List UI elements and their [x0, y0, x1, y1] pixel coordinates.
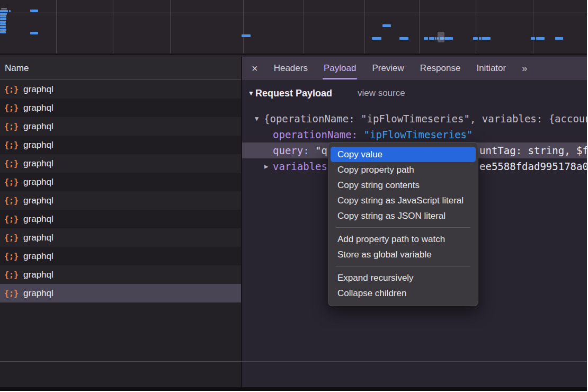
more-tabs-icon[interactable]: »	[522, 57, 526, 80]
overview-bar	[424, 37, 428, 40]
overview-selection-marker[interactable]	[438, 32, 444, 42]
gridline	[364, 0, 365, 54]
expand-triangle-icon[interactable]: ▶	[264, 158, 268, 174]
menu-separator	[336, 266, 470, 266]
network-overview-timeline[interactable]	[0, 0, 587, 55]
tab-preview[interactable]: Preview	[372, 57, 404, 80]
overview-bar	[0, 21, 6, 23]
detail-tab-bar: × Headers Payload Preview Response Initi…	[242, 57, 587, 80]
menu-item-collapse-children[interactable]: Collapse children	[328, 286, 478, 301]
object-preview-text: {operationName: "ipFlowTimeseries", vari…	[264, 111, 587, 127]
menu-item-copy-string-as-json-literal[interactable]: Copy string as JSON literal	[328, 208, 478, 224]
gridline	[243, 0, 244, 54]
tab-initiator[interactable]: Initiator	[476, 57, 506, 80]
footer-separator	[0, 361, 587, 362]
overview-bar	[372, 37, 381, 40]
overview-bar	[0, 13, 7, 15]
collapse-triangle-icon[interactable]: ▼	[248, 90, 254, 97]
overview-baseline	[0, 13, 587, 13]
request-name: graphql	[23, 214, 54, 225]
request-row[interactable]: {;}graphql	[0, 136, 241, 154]
tab-response[interactable]: Response	[420, 57, 461, 80]
close-icon[interactable]: ×	[252, 57, 258, 80]
property-key: operationName:	[273, 129, 364, 140]
json-braces-icon: {;}	[4, 177, 19, 187]
json-braces-icon: {;}	[4, 289, 19, 298]
overview-bar	[0, 31, 6, 33]
overview-bar	[444, 37, 453, 40]
overview-bar	[531, 37, 535, 40]
overview-bar	[555, 37, 563, 40]
tab-headers[interactable]: Headers	[274, 57, 308, 80]
overview-bar	[9, 10, 11, 12]
json-braces-icon: {;}	[4, 252, 19, 261]
request-row[interactable]: {;}graphql	[0, 191, 241, 210]
gridline	[476, 0, 476, 54]
json-braces-icon: {;}	[4, 196, 19, 206]
menu-separator	[336, 227, 470, 228]
json-braces-icon: {;}	[4, 233, 19, 243]
header-band: Name × Headers Payload Preview Response …	[0, 57, 587, 80]
request-name: graphql	[23, 140, 54, 150]
request-name: graphql	[23, 251, 54, 262]
request-name: graphql	[23, 233, 54, 243]
request-row[interactable]: {;}graphql	[0, 99, 241, 117]
overview-bar	[382, 24, 391, 27]
gridline	[56, 0, 57, 54]
request-row[interactable]: {;}graphql	[0, 265, 241, 284]
request-name: graphql	[23, 84, 54, 95]
overview-bar	[0, 29, 6, 31]
overview-bar	[473, 37, 478, 40]
request-row[interactable]: {;}graphql	[0, 80, 241, 99]
json-braces-icon: {;}	[4, 122, 19, 131]
request-name: graphql	[23, 177, 54, 188]
view-source-link[interactable]: view source	[358, 88, 405, 99]
json-braces-icon: {;}	[4, 140, 19, 150]
collapse-triangle-icon[interactable]: ▼	[255, 111, 259, 127]
request-name: graphql	[23, 288, 54, 299]
json-braces-icon: {;}	[4, 159, 19, 168]
menu-item-copy-string-contents[interactable]: Copy string contents	[328, 177, 478, 193]
request-row[interactable]: {;}graphql	[0, 173, 241, 191]
payload-root-row[interactable]: ▼ {operationName: "ipFlowTimeseries", va…	[242, 111, 587, 127]
request-row[interactable]: {;}graphql	[0, 284, 241, 302]
request-row[interactable]: {;}graphql	[0, 117, 241, 136]
overview-bar	[482, 37, 491, 40]
overview-bar	[0, 26, 6, 28]
gridline	[304, 0, 304, 54]
overview-bar	[1, 8, 7, 10]
menu-item-copy-string-as-javascript-literal[interactable]: Copy string as JavaScript literal	[328, 193, 478, 208]
request-name: graphql	[23, 158, 54, 169]
request-row[interactable]: {;}graphql	[0, 228, 241, 247]
overview-bar	[242, 34, 251, 37]
request-row[interactable]: {;}graphql	[0, 154, 241, 173]
overview-bar	[30, 10, 38, 12]
request-payload-header: ▼ Request Payload view source	[242, 85, 587, 101]
menu-item-expand-recursively[interactable]: Expand recursively	[328, 270, 478, 286]
menu-item-copy-value[interactable]: Copy value	[331, 147, 476, 162]
request-list: {;}graphql{;}graphql{;}graphql{;}graphql…	[0, 80, 241, 387]
menu-item-add-property-path-to-watch[interactable]: Add property path to watch	[328, 231, 478, 247]
request-name: graphql	[23, 195, 54, 206]
tab-payload[interactable]: Payload	[324, 57, 356, 80]
json-braces-icon: {;}	[4, 270, 19, 280]
menu-item-copy-property-path[interactable]: Copy property path	[328, 162, 478, 177]
menu-item-store-as-global-variable[interactable]: Store as global variable	[328, 247, 478, 262]
request-row[interactable]: {;}graphql	[0, 210, 241, 228]
window-bottom-edge	[0, 387, 587, 391]
gridline	[533, 0, 533, 54]
json-braces-icon: {;}	[4, 85, 19, 94]
payload-operationname-row[interactable]: operationName: "ipFlowTimeseries"	[242, 127, 587, 142]
overview-bar	[30, 32, 38, 34]
property-value: "ipFlowTimeseries"	[364, 129, 473, 140]
name-column-header[interactable]: Name	[0, 57, 241, 80]
request-name: graphql	[23, 103, 54, 113]
request-name: graphql	[23, 121, 54, 132]
devtools-network-panel: Name × Headers Payload Preview Response …	[0, 0, 587, 391]
overview-bar	[0, 18, 6, 20]
json-braces-icon: {;}	[4, 215, 19, 224]
request-row[interactable]: {;}graphql	[0, 247, 241, 265]
overview-bar	[399, 37, 408, 40]
gridline	[170, 0, 171, 54]
overview-bar	[536, 37, 545, 40]
